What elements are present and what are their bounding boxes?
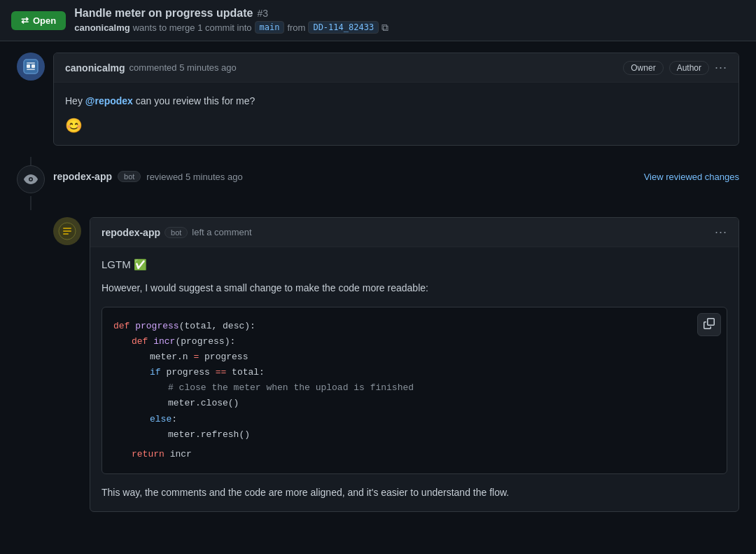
review-comment-box: repodex-app bot left a comment ··· LGTM …	[90, 217, 739, 512]
open-button[interactable]: ⇄ Open	[11, 11, 66, 30]
eye-icon-wrapper	[17, 165, 45, 193]
emoji-reaction[interactable]: 😊	[65, 117, 727, 134]
code-line-6: meter.close()	[113, 396, 715, 411]
review-header-left: repodex-app bot reviewed 5 minutes ago	[53, 171, 243, 182]
merge-icon: ⇄	[21, 15, 29, 26]
code-line-9: return incr	[113, 447, 715, 462]
first-comment-more-button[interactable]: ···	[715, 60, 727, 75]
svg-rect-9	[63, 230, 71, 232]
bottom-text: This way, the comments and the code are …	[102, 485, 727, 500]
pr-author[interactable]: canonicalmg	[74, 22, 130, 33]
pr-meta-text: wants to merge 1 commit into	[133, 22, 252, 33]
svg-rect-3	[27, 62, 35, 64]
from-text: from	[287, 22, 305, 33]
first-comment-action: commented 5 minutes ago	[130, 62, 237, 73]
code-line-8: meter.refresh()	[113, 427, 715, 443]
review-comment-action: left a comment	[192, 227, 251, 237]
svg-point-6	[30, 179, 32, 181]
review-comment-header: repodex-app bot left a comment ···	[90, 218, 738, 247]
code-block: def progress(total, desc): def incr(prog…	[102, 307, 727, 474]
review-action: reviewed 5 minutes ago	[146, 172, 242, 182]
first-comment-header-right: Owner Author ···	[623, 60, 727, 75]
review-comment-header-left: repodex-app bot left a comment	[102, 227, 252, 238]
code-line-5: # close the meter when the upload is fin…	[113, 380, 715, 396]
code-line-3: meter.n = progress	[113, 349, 715, 365]
code-line-7: else:	[113, 412, 715, 427]
svg-rect-1	[27, 64, 30, 68]
first-comment-wrapper: canonicalmg commented 5 minutes ago Owne…	[17, 53, 739, 146]
svg-rect-0	[24, 60, 38, 74]
first-comment-text: Hey @repodex can you review this for me?	[65, 94, 727, 109]
review-header: repodex-app bot reviewed 5 minutes ago V…	[53, 165, 739, 182]
first-comment-box: canonicalmg commented 5 minutes ago Owne…	[53, 53, 739, 146]
code-line-2: def incr(progress):	[113, 334, 715, 349]
review-bot-badge: bot	[164, 227, 188, 238]
first-comment-header: canonicalmg commented 5 minutes ago Owne…	[54, 53, 738, 83]
owner-badge: Owner	[623, 61, 663, 75]
svg-rect-2	[31, 64, 35, 68]
pr-title: Handle meter on progress update	[74, 7, 253, 20]
open-label: Open	[33, 15, 56, 26]
pr-meta: canonicalmg wants to merge 1 commit into…	[74, 21, 388, 34]
connector-line	[30, 157, 31, 165]
code-line-4: if progress == total:	[113, 365, 715, 380]
head-branch[interactable]: DD-114_82433	[308, 21, 379, 34]
avatar-canonicalmg	[17, 53, 45, 81]
view-changes-link[interactable]: View reviewed changes	[644, 172, 739, 182]
author-badge: Author	[669, 61, 709, 75]
avatar-repodex-app	[53, 217, 81, 245]
base-branch[interactable]: main	[255, 21, 285, 34]
bot-badge: bot	[118, 171, 141, 182]
code-line-1: def progress(total, desc):	[113, 319, 715, 334]
pr-number: #3	[257, 8, 268, 19]
copy-code-button[interactable]	[697, 313, 721, 336]
first-comment-body: Hey @repodex can you review this for me?…	[54, 83, 738, 145]
svg-rect-10	[63, 233, 69, 235]
review-avatar-col	[17, 165, 45, 210]
svg-rect-4	[27, 69, 35, 70]
first-commenter-name[interactable]: canonicalmg	[65, 62, 125, 74]
reviewer-name[interactable]: repodex-app	[53, 171, 112, 182]
review-commenter-name[interactable]: repodex-app	[102, 227, 160, 238]
suggestion-text: However, I would suggest a small change …	[102, 281, 727, 296]
review-connector	[30, 196, 31, 210]
review-comment-wrapper: repodex-app bot left a comment ··· LGTM …	[53, 217, 739, 512]
first-comment-header-left: canonicalmg commented 5 minutes ago	[65, 62, 237, 74]
top-bar: ⇄ Open Handle meter on progress update #…	[0, 0, 756, 41]
review-comment-body: LGTM ✅ However, I would suggest a small …	[90, 247, 738, 511]
mention-repodex[interactable]: @repodex	[85, 95, 133, 106]
lgtm-text: LGTM ✅	[102, 258, 727, 271]
main-content: canonicalmg commented 5 minutes ago Owne…	[0, 41, 756, 523]
review-comment-more-button[interactable]: ···	[715, 225, 727, 240]
review-section: repodex-app bot reviewed 5 minutes ago V…	[17, 165, 739, 512]
svg-rect-8	[63, 228, 71, 229]
review-header-wrapper: repodex-app bot reviewed 5 minutes ago V…	[17, 165, 739, 210]
copy-branch-icon[interactable]: ⧉	[382, 22, 388, 34]
